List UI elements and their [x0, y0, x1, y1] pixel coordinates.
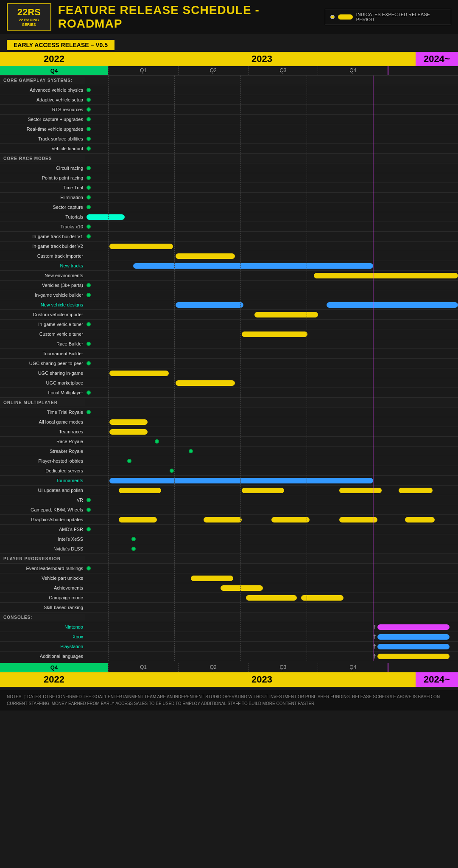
row-tutorials: Tutorials: [0, 212, 458, 222]
row-nintendo: Nintendo †: [0, 622, 458, 632]
notes-section: NOTES: † DATES TO BE CONFIRMED THE GOAT1…: [0, 690, 458, 711]
row-tournaments: Tournaments: [0, 476, 458, 486]
row-vehicle-tuner-ingame: In-game vehicle tuner: [0, 320, 458, 329]
row-circuit-racing: Circuit racing: [0, 163, 458, 173]
row-vr: VR: [0, 495, 458, 505]
q3-label: Q3: [248, 66, 318, 75]
timeline-container: 2022 2023 2024~ Q4 Q1 Q2 Q3 Q4 CORE GAME…: [0, 50, 458, 687]
section-core-gameplay: CORE GAMEPLAY SYSTEMS:: [0, 76, 458, 85]
row-intel-xess: Intel's XeSS: [0, 534, 458, 544]
row-sector-capture-upgrades: Sector-capture + upgrades: [0, 115, 458, 124]
row-ugc-marketplace: UGC marketplace: [0, 378, 458, 388]
bottom-q4b-label: Q4: [318, 663, 388, 672]
year-header-row: 2022 2023 2024~: [0, 52, 458, 66]
logo-abbr: 22RS: [12, 7, 46, 18]
row-sector-capture: Sector capture: [0, 202, 458, 212]
row-all-local-modes: All local game modes: [0, 417, 458, 427]
row-race-royale: Race Royale: [0, 437, 458, 447]
row-local-multiplayer: Local Multiplayer: [0, 388, 458, 398]
q4b-label: Q4: [318, 66, 388, 75]
page-title: FEATURE RELEASE SCHEDULE - ROADMAP: [58, 3, 318, 31]
row-player-hosted-lobbies: Player-hosted lobbies: [0, 456, 458, 466]
q2024-label: [388, 66, 458, 75]
section-player-progression: PLAYER PROGRESSION: [0, 554, 458, 564]
row-event-leaderboard: Event leaderboard rankings: [0, 564, 458, 573]
row-nvidia-dlss: Nvidia's DLSS: [0, 544, 458, 554]
q1-label: Q1: [108, 66, 178, 75]
row-advanced-vehicle-physics: Advanced vehicle physics: [0, 85, 458, 95]
q2-label: Q2: [178, 66, 248, 75]
bottom-year-2022: 2022: [0, 672, 108, 687]
row-ugc-ingame: UGC sharing in-game: [0, 368, 458, 378]
row-tracks-x10: Tracks x10: [0, 222, 458, 232]
row-realtime-vehicle-upgrades: Real-time vehicle upgrades: [0, 124, 458, 134]
row-new-environments: New environments: [0, 271, 458, 281]
row-languages: Additional languages †: [0, 652, 458, 661]
row-skill-ranking: Skill-based ranking: [0, 603, 458, 612]
row-playstation: Playstation †: [0, 642, 458, 652]
row-vehicle-part-unlocks: Vehicle part unlocks: [0, 573, 458, 583]
early-access-label: EARLY ACCESS RELEASE – V0.5: [7, 40, 114, 50]
row-track-builder-v2: In-game track builder V2: [0, 242, 458, 251]
section-online-multiplayer: ONLINE MULTIPLAYER: [0, 398, 458, 407]
row-input-devices: Gamepad, KB/M, Wheels: [0, 505, 458, 515]
gantt-rows: CORE GAMEPLAY SYSTEMS: Advanced vehicle …: [0, 76, 458, 661]
legend-dot-icon: [330, 15, 335, 19]
quarter-header-row: Q4 Q1 Q2 Q3 Q4: [0, 66, 458, 76]
row-vehicle-builder: In-game vehicle builder: [0, 290, 458, 300]
legend-text: INDICATES EXPECTED RELEASE PERIOD: [356, 12, 446, 22]
bottom-q1-label: Q1: [108, 663, 178, 672]
row-new-vehicle-designs: New vehicle designs: [0, 300, 458, 310]
year-2022-header: 2022: [0, 52, 108, 66]
row-elimination: Elimination: [0, 193, 458, 202]
row-vehicles-3k: Vehicles (3k+ parts): [0, 281, 458, 290]
bottom-q2-label: Q2: [178, 663, 248, 672]
legend: INDICATES EXPECTED RELEASE PERIOD: [325, 9, 451, 25]
bottom-quarter-header: Q4 Q1 Q2 Q3 Q4: [0, 663, 458, 672]
row-track-builder-v1: In-game track builder V1: [0, 232, 458, 242]
bottom-q3-label: Q3: [248, 663, 318, 672]
row-xbox: Xbox †: [0, 632, 458, 642]
row-tournament-builder: Tournament Builder: [0, 349, 458, 359]
section-core-race-modes: CORE RACE MODES: [0, 154, 458, 163]
row-custom-vehicle-importer: Custom vehicle importer: [0, 310, 458, 320]
row-point-to-point: Point to point racing: [0, 173, 458, 183]
row-custom-vehicle-tuner: Custom vehicle tuner: [0, 329, 458, 339]
row-track-surface-abilities: Track surface abilities: [0, 134, 458, 144]
row-team-races: Team races: [0, 427, 458, 437]
bottom-q4-2022-label: Q4: [0, 663, 108, 672]
row-race-builder: Race Builder: [0, 339, 458, 349]
logo-full: 22 RACING SERIES: [12, 18, 46, 27]
bottom-year-2023: 2023: [108, 672, 416, 687]
header: 22RS 22 RACING SERIES FEATURE RELEASE SC…: [0, 0, 458, 34]
row-achievements: Achievements: [0, 583, 458, 593]
row-vehicle-loadout: Vehicle loadout: [0, 144, 458, 154]
row-dedicated-servers: Dedicated servers: [0, 466, 458, 476]
section-consoles: CONSOLES:: [0, 612, 458, 622]
legend-bar-icon: [338, 14, 353, 20]
row-amd-fsr: AMD's FSR: [0, 525, 458, 534]
row-time-trial-royale: Time Trial Royale: [0, 407, 458, 417]
row-rts-resources: RTS resources: [0, 105, 458, 115]
logo: 22RS 22 RACING SERIES: [7, 3, 51, 31]
row-new-tracks: New tracks: [0, 261, 458, 271]
bottom-q2024-label: [388, 663, 458, 672]
row-streaker-royale: Streaker Royale: [0, 447, 458, 456]
row-custom-track-importer: Custom track importer: [0, 251, 458, 261]
row-adaptive-vehicle-setup: Adaptive vehicle setup: [0, 95, 458, 105]
year-2024-header: 2024~: [416, 52, 458, 66]
row-ugc-p2p: UGC sharing peer-to-peer: [0, 359, 458, 368]
row-ui-updates: UI updates and polish: [0, 486, 458, 495]
row-time-trial: Time Trial: [0, 183, 458, 193]
row-graphics-shader: Graphics/shader updates: [0, 515, 458, 525]
bottom-year-header: 2022 2023 2024~: [0, 672, 458, 687]
row-campaign-mode: Campaign mode: [0, 593, 458, 603]
year-2023-header: 2023: [108, 52, 416, 66]
bottom-year-2024: 2024~: [416, 672, 458, 687]
q4-2022-label: Q4: [0, 66, 108, 75]
